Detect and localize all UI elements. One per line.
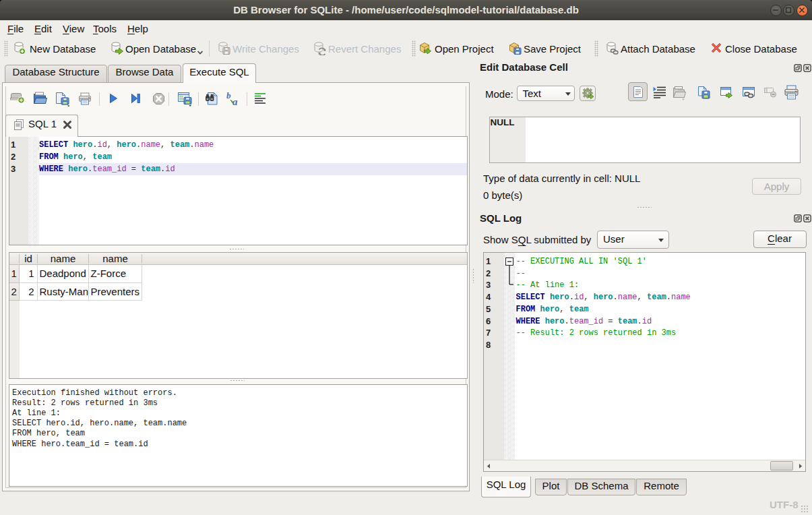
svg-text:a: a — [232, 96, 238, 107]
svg-text:b: b — [226, 91, 231, 100]
